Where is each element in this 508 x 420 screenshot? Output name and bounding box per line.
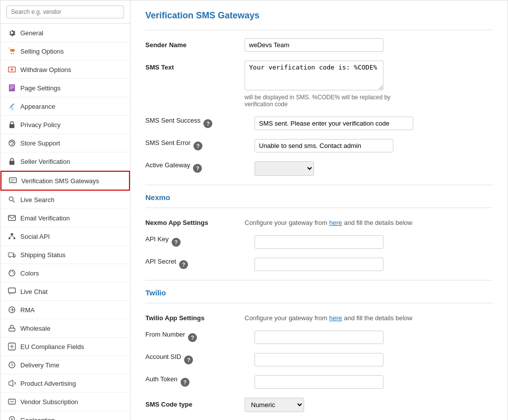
active-gateway-select[interactable]: [254, 161, 314, 176]
sidebar-item-page-settings[interactable]: Page Settings: [0, 79, 130, 97]
sidebar-item-label: Selling Options: [20, 48, 64, 55]
nexmo-api-secret-label: API Secret: [145, 258, 176, 265]
lock-icon: [7, 120, 16, 129]
sidebar-search-container: [0, 0, 130, 24]
twilio-auth-token-input[interactable]: [254, 375, 383, 389]
active-gateway-label: Active Gateway: [145, 161, 190, 169]
sidebar-item-label: Appearance: [20, 103, 55, 110]
twilio-account-sid-help-icon[interactable]: ?: [184, 355, 193, 364]
sms-text-row: SMS Text Your verification code is: %COD…: [145, 61, 493, 108]
sidebar-item-label: Verification SMS Gateways: [21, 177, 99, 185]
geo-icon: [7, 416, 16, 420]
sidebar-item-live-chat[interactable]: Live Chat: [0, 282, 130, 301]
sms-sent-error-input[interactable]: [254, 139, 393, 152]
nexmo-here-link[interactable]: here: [329, 219, 342, 226]
twilio-app-settings-label: Twilio App Settings: [145, 311, 245, 322]
sender-name-input[interactable]: [245, 38, 383, 52]
sidebar-item-shipping-status[interactable]: Shipping Status: [0, 246, 130, 264]
sidebar-item-label: Colors: [20, 270, 39, 277]
nexmo-api-secret-label-container: API Secret ?: [145, 258, 254, 269]
nexmo-app-settings-row: Nexmo App Settings Configure your gatewa…: [145, 216, 493, 226]
twilio-auth-token-label-container: Auth Token ?: [145, 375, 254, 387]
email-icon: [7, 213, 16, 222]
sidebar-item-label: Wholesale: [20, 325, 51, 332]
twilio-auth-token-field: [254, 375, 493, 389]
svg-point-5: [9, 140, 15, 146]
sidebar-item-selling-options[interactable]: Selling Options: [0, 42, 130, 61]
sidebar-item-vendor-subscription[interactable]: Vendor Subscription: [0, 393, 130, 411]
sidebar-search-input[interactable]: [6, 5, 124, 18]
sms-sent-error-help-icon[interactable]: ?: [193, 141, 202, 150]
active-gateway-label-container: Active Gateway ?: [145, 161, 254, 173]
shipping-icon: [7, 250, 16, 259]
active-gateway-row: Active Gateway ?: [145, 161, 493, 176]
nexmo-api-secret-field: [254, 258, 493, 271]
sidebar-item-colors[interactable]: Colors: [0, 264, 130, 282]
nexmo-section-title: Nexmo: [145, 193, 493, 202]
svg-rect-10: [8, 215, 15, 220]
twilio-app-settings-row: Twilio App Settings Configure your gatew…: [145, 311, 493, 322]
brush-icon: [7, 102, 16, 111]
sidebar-item-label: Geolocation: [20, 417, 55, 420]
nexmo-api-secret-help-icon[interactable]: ?: [179, 260, 188, 269]
sidebar-item-eu-compliance[interactable]: EU Compliance Fields: [0, 338, 130, 356]
sms-sent-success-help-icon[interactable]: ?: [203, 119, 212, 128]
sidebar-item-general[interactable]: General: [0, 24, 130, 42]
sms-text-hint: will be displayed in SMS. %CODE% will be…: [245, 94, 408, 108]
nexmo-desc-text1: Configure your gateway from: [245, 219, 329, 226]
sidebar-item-verification-sms-gateways[interactable]: Verification SMS Gateways: [0, 171, 130, 191]
sidebar-item-withdraw-options[interactable]: Withdraw Options: [0, 61, 130, 79]
sidebar-item-appearance[interactable]: Appearance: [0, 97, 130, 116]
twilio-sms-code-type-select[interactable]: Numeric Alphanumeric: [245, 398, 304, 412]
twilio-account-sid-input[interactable]: [254, 353, 383, 366]
twilio-desc-text2: and fill the details below: [342, 314, 413, 322]
sidebar-item-product-advertising[interactable]: Product Advertising: [0, 374, 130, 393]
page-title: Verification SMS Gateways: [145, 10, 493, 21]
svg-rect-7: [9, 161, 14, 165]
sms-sent-success-field: [254, 117, 493, 130]
nexmo-divider: [145, 185, 493, 185]
twilio-auth-token-help-icon[interactable]: ?: [181, 378, 190, 387]
twilio-from-number-input[interactable]: [254, 331, 383, 344]
active-gateway-help-icon[interactable]: ?: [193, 164, 202, 173]
sidebar-item-label: Store Support: [20, 140, 60, 147]
svg-point-18: [10, 272, 11, 273]
svg-point-1: [13, 53, 14, 54]
sidebar-item-privacy-policy[interactable]: Privacy Policy: [0, 116, 130, 134]
sidebar-item-rma[interactable]: RMA: [0, 301, 130, 319]
top-divider: [145, 30, 493, 30]
sidebar-item-social-api[interactable]: Social API: [0, 227, 130, 246]
twilio-sms-code-type-row: SMS Code type Numeric Alphanumeric: [145, 398, 493, 412]
sidebar-item-geolocation[interactable]: Geolocation: [0, 411, 130, 420]
nexmo-desc-text2: and fill the details below: [342, 219, 413, 226]
sms-text-input[interactable]: Your verification code is: %CODE%: [245, 61, 383, 90]
svg-point-26: [11, 419, 13, 420]
sidebar-item-wholesale[interactable]: Wholesale: [0, 319, 130, 338]
sender-name-row: Sender Name: [145, 38, 493, 52]
nexmo-sub-divider: [145, 208, 493, 208]
nexmo-api-key-input[interactable]: [254, 235, 383, 249]
svg-rect-8: [9, 178, 16, 183]
nexmo-app-settings-desc: Configure your gateway from here and fil…: [245, 216, 493, 226]
svg-point-11: [11, 233, 13, 236]
nexmo-api-secret-input[interactable]: [254, 258, 383, 271]
twilio-section-title: Twilio: [145, 288, 493, 297]
svg-point-16: [13, 257, 14, 258]
sidebar-item-email-verification[interactable]: Email Verification: [0, 209, 130, 227]
nexmo-api-secret-row: API Secret ?: [145, 258, 493, 271]
sms-text-field: Your verification code is: %CODE% will b…: [245, 61, 493, 108]
sidebar-item-live-search[interactable]: Live Search: [0, 191, 130, 209]
advertising-icon: [7, 379, 16, 388]
twilio-from-number-help-icon[interactable]: ?: [188, 333, 197, 342]
sidebar-item-delivery-time[interactable]: Delivery Time: [0, 356, 130, 374]
twilio-sms-code-type-field: Numeric Alphanumeric: [245, 398, 493, 412]
sidebar-item-seller-verification[interactable]: Seller Verification: [0, 152, 130, 171]
twilio-from-number-field: [254, 331, 493, 344]
nexmo-api-key-help-icon[interactable]: ?: [172, 238, 181, 247]
twilio-here-link[interactable]: here: [329, 314, 342, 322]
sidebar-item-store-support[interactable]: Store Support: [0, 134, 130, 152]
sms-text-label: SMS Text: [145, 61, 245, 71]
sidebar-item-label: Social API: [20, 233, 50, 240]
svg-rect-21: [8, 288, 15, 293]
sms-sent-success-input[interactable]: [254, 117, 413, 130]
